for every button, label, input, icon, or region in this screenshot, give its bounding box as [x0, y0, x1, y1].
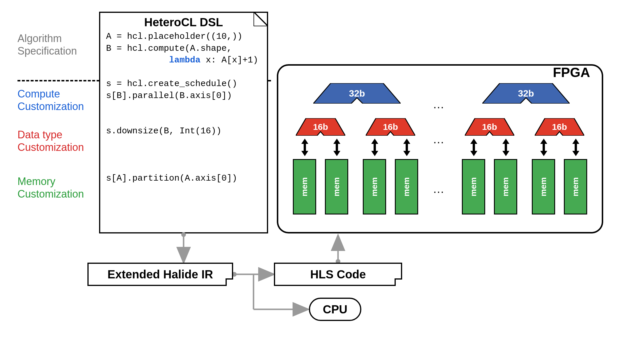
mem-block: mem [325, 159, 348, 214]
adder-16b: 16b [366, 118, 415, 136]
adder-32b-label: 32b [313, 83, 401, 104]
fpga-card: FPGA 32b 16b 16b mem mem mem [277, 64, 603, 233]
label-memory-customization: Memory Customization [17, 175, 84, 200]
adder-16b-label: 16b [296, 118, 345, 136]
dsl-code-block: A = hcl.placeholder((10,)) B = hcl.compu… [100, 31, 267, 184]
label-datatype-customization: Data type Customization [17, 128, 84, 153]
adder-32b-label: 32b [482, 83, 570, 104]
page-fold-icon [395, 278, 402, 286]
adder-16b-label: 16b [465, 118, 514, 136]
mem-block: mem [532, 159, 555, 214]
cpu-box: CPU [309, 298, 361, 321]
adder-16b-label: 16b [366, 118, 415, 136]
fpga-cluster-right: 32b 16b 16b mem mem mem mem [459, 83, 593, 220]
ellipsis-icon: … [433, 182, 444, 196]
heterocl-dsl-card: HeteroCL DSL A = hcl.placeholder((10,)) … [99, 12, 268, 233]
page-fold-icon [254, 12, 268, 26]
label-algorithm-spec: Algorithm Specification [17, 32, 77, 57]
label-compute-customization: Compute Customization [17, 88, 84, 113]
double-arrow-icon [403, 139, 411, 156]
mem-block: mem [293, 159, 316, 214]
fpga-title: FPGA [553, 64, 590, 80]
code-line-6: s.downsize(B, Int(16)) [106, 126, 221, 136]
adder-16b: 16b [465, 118, 514, 136]
fpga-cluster-left: 32b 16b 16b mem mem mem mem [290, 83, 424, 220]
mem-block: mem [395, 159, 418, 214]
adder-32b: 32b [313, 83, 401, 104]
code-line-3-post: x: A[x]+1) [200, 55, 258, 65]
adder-32b: 32b [482, 83, 570, 104]
double-arrow-icon [470, 139, 478, 156]
dsl-title: HeteroCL DSL [100, 13, 267, 31]
svg-marker-0 [254, 12, 268, 26]
mem-block: mem [462, 159, 485, 214]
cpu-label: CPU [323, 303, 347, 316]
code-keyword-lambda: lambda [169, 55, 200, 65]
page-fold-icon [226, 278, 233, 286]
code-line-7: s[A].partition(A.axis[0]) [106, 173, 237, 183]
mem-block: mem [564, 159, 587, 214]
double-arrow-icon [540, 139, 548, 156]
code-line-5: s[B].parallel(B.axis[0]) [106, 91, 232, 101]
code-line-1: A = hcl.placeholder((10,)) [106, 32, 242, 41]
extended-halide-ir-box: Extended Halide IR [87, 263, 233, 286]
mem-block: mem [494, 159, 517, 214]
double-arrow-icon [333, 139, 341, 156]
adder-16b-label: 16b [535, 118, 584, 136]
double-arrow-icon [502, 139, 510, 156]
ellipsis-icon: … [433, 133, 444, 146]
adder-16b: 16b [296, 118, 345, 136]
hls-label: HLS Code [310, 268, 366, 281]
hls-code-box: HLS Code [274, 263, 402, 286]
code-line-4: s = hcl.create_schedule() [106, 79, 237, 89]
code-line-2: B = hcl.compute(A.shape, [106, 43, 232, 53]
code-line-3-pre [106, 55, 169, 65]
double-arrow-icon [301, 139, 309, 156]
ir-label: Extended Halide IR [108, 268, 213, 281]
mem-block: mem [363, 159, 386, 214]
double-arrow-icon [371, 139, 379, 156]
double-arrow-icon [572, 139, 580, 156]
adder-16b: 16b [535, 118, 584, 136]
ellipsis-icon: … [433, 98, 444, 111]
